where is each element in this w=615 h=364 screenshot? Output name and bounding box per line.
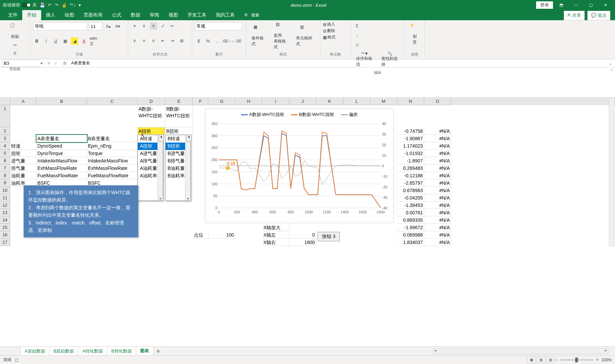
cell-O9[interactable]: #N/A [424,179,451,187]
cell-O13[interactable]: #N/A [424,209,451,216]
table-format-button[interactable]: ▤套用 表格格式 [271,21,291,51]
align-center-icon[interactable]: ≡ [140,37,148,44]
macro-record-icon[interactable]: ▢ [15,358,19,362]
underline-icon[interactable]: U [52,37,59,45]
cell-N15[interactable]: -1.99672 [397,224,424,231]
comma-icon[interactable]: , [214,37,221,45]
sheet-tab-a-trans[interactable]: A转化数据 [78,346,107,356]
tab-formulas[interactable]: 公式 [107,10,126,20]
cell-O15[interactable]: #N/A [424,224,451,231]
cancel-formula-icon[interactable]: ✕ [47,61,51,66]
dec-decimal-icon[interactable]: ←.00 [233,37,240,45]
col-header-A[interactable]: A [10,98,36,105]
cell-O12[interactable]: #N/A [424,202,451,209]
cell-O7[interactable]: #N/A [424,164,451,172]
zoom-level[interactable]: 100% [601,358,612,362]
cell-O8[interactable]: #N/A [424,172,451,179]
row-header-17[interactable]: 17 [0,239,10,246]
fill-icon[interactable]: ↓ [353,32,361,39]
cell-A6[interactable]: 进气量 [10,157,36,164]
cell-O5[interactable]: #N/A [424,150,451,157]
bold-icon[interactable]: B [33,37,40,45]
row-header-8[interactable]: 8 [0,172,10,179]
format-cells-button[interactable]: ▦ 格式 [323,34,348,40]
orientation-icon[interactable]: ⤢ [159,22,167,30]
copy-icon[interactable]: ⎘ [11,50,19,57]
decrease-font-icon[interactable]: A▾ [114,23,121,30]
select-all-corner[interactable] [0,98,10,105]
phonetic-icon[interactable]: wén文 [90,37,97,45]
tab-data[interactable]: 数据 [126,10,145,20]
chart[interactable]: A数据-WHTC扭矩B数据-WHTC扭矩偏差350300250200150100… [205,109,394,223]
row-header-15[interactable]: 15 [0,224,10,231]
sheet-tab-chart[interactable]: 图表 [136,346,153,356]
tab-review[interactable]: 审阅 [145,10,164,20]
col-header-K[interactable]: K [316,98,343,105]
cell-D1[interactable]: A数据-WHTC扭矩 [138,105,165,127]
zoom-in-icon[interactable]: + [596,358,598,362]
cell-N6[interactable]: -1.8907 [397,157,424,164]
row-header-11[interactable]: 11 [0,194,10,202]
cell-N11[interactable]: -0.04205 [397,194,424,202]
cell-B3[interactable]: A表变量名 [36,135,87,142]
cell-O10[interactable]: #N/A [424,187,451,194]
view-normal-icon[interactable]: ▦ [527,357,536,363]
cell-N4[interactable]: 1.174023 [397,142,424,150]
align-top-icon[interactable]: ≡ [131,22,138,30]
percent-icon[interactable]: % [204,37,212,45]
horizontal-scrollbar[interactable] [433,348,608,354]
font-name-select[interactable] [33,22,87,30]
search-box[interactable]: 🔍 搜索 [239,10,264,20]
paste-button[interactable]: 📋 粘贴 [3,22,27,41]
cell-I17[interactable]: X轴右 [262,239,289,246]
redo-icon[interactable]: ↷ [55,2,59,8]
sort-icon[interactable]: ᴬᶻ↓ [70,2,76,8]
cell-I15[interactable]: X轴放大 [262,224,289,231]
cell-O2[interactable]: #N/A [424,127,451,135]
cut-icon[interactable]: ✂ [11,41,19,49]
zoom-out-icon[interactable]: − [555,358,557,362]
inc-decimal-icon[interactable]: .00→ [223,37,231,45]
cell-N2[interactable]: -0.74758 [397,127,424,135]
col-header-J[interactable]: J [289,98,316,105]
login-button[interactable]: 登录 [536,1,553,9]
cell-N12[interactable]: -1.39453 [397,202,424,209]
row-header-1[interactable]: 1 [0,105,10,127]
undo-icon[interactable]: ↶ [48,2,52,8]
namebox-dropdown-icon[interactable]: ▾ [39,61,44,66]
cell-A8[interactable]: 油耗量 [10,172,36,179]
border-icon[interactable]: ▦ [61,37,69,45]
tab-file[interactable]: 文件 [3,10,22,20]
row-header-16[interactable]: 16 [0,231,10,239]
cell-N7[interactable]: 0.269483 [397,164,424,172]
save-icon[interactable]: 💾 [39,2,45,8]
col-header-C[interactable]: C [87,98,138,105]
cell-E2[interactable]: B扭矩 [165,127,193,135]
dropdown-a-toggle-icon[interactable]: ▾ [158,135,164,142]
cell-C3[interactable]: B表变量名 [87,135,138,142]
cell-N16[interactable]: 0.069988 [397,231,424,239]
dropdown-b[interactable]: B转速B扭矩B进气量B排气量B油耗量B油耗率 [165,135,191,201]
row-header-2[interactable]: 2 [0,127,10,135]
cell-B6[interactable]: IntakeAirMassFlow [36,157,87,164]
cell-I16[interactable]: X轴左 [262,231,289,239]
col-header-F[interactable]: F [193,98,208,105]
vertical-scrollbar[interactable] [609,98,614,246]
dropdown-a[interactable]: A转速A扭矩A进气量A排气量A油耗量A油耗率 [138,135,163,201]
cell-E1[interactable]: B数据-WHTC扭矩 [165,105,193,127]
cell-C5[interactable]: Torque [87,150,138,157]
currency-icon[interactable]: $ [195,37,202,45]
tab-insert[interactable]: 插入 [41,10,60,20]
col-header-I[interactable]: I [262,98,289,105]
formula-collapse-icon[interactable]: ⌃ [608,67,615,97]
row-header-5[interactable]: 5 [0,150,10,157]
dropdown-b-scrollbar[interactable] [185,135,191,201]
tab-mytools[interactable]: 我的工具 [211,10,239,20]
cell-G16[interactable]: 100 [208,231,235,239]
indent-inc-icon[interactable]: ⇥ [169,37,176,44]
cell-C8[interactable]: FuelMassFlowRate [87,172,138,179]
tab-dev[interactable]: 开发工具 [183,10,211,20]
autosum-icon[interactable]: Σ [353,22,361,30]
row-header-7[interactable]: 7 [0,164,10,172]
accept-formula-icon[interactable]: ✓ [54,61,57,66]
